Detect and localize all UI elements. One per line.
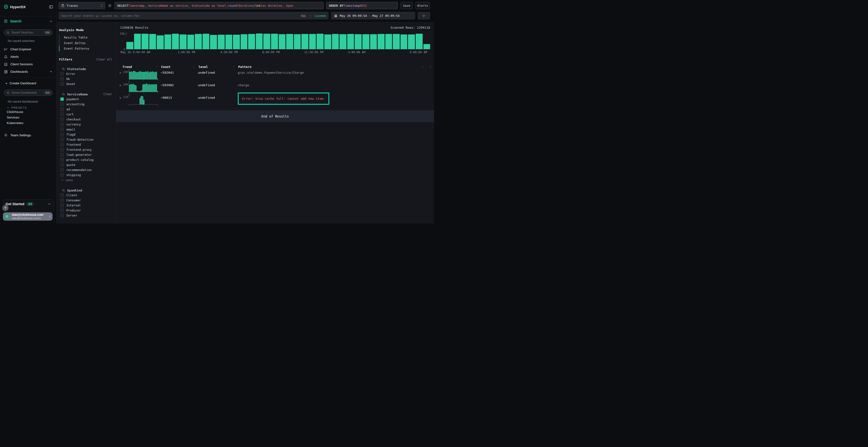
- presets-toggle[interactable]: PRESETS: [7, 106, 53, 109]
- filter-checkbox-row[interactable]: recommendation: [57, 167, 116, 172]
- checkbox[interactable]: [60, 112, 64, 116]
- show-less-button[interactable]: Less: [57, 177, 116, 182]
- select-clause-input[interactable]: SELECT Timestamp, ServiceName as service…: [115, 2, 323, 9]
- analysis-mode-results-table[interactable]: Results Table: [59, 35, 116, 40]
- filter-checkbox-row[interactable]: Unset: [57, 81, 116, 87]
- checkbox[interactable]: [60, 204, 64, 207]
- table-options-button[interactable]: ⋮: [427, 65, 434, 69]
- chevron-up-icon[interactable]: [48, 203, 51, 206]
- user-menu[interactable]: D dale@clickhouse.com dale@clickhouse.co…: [3, 212, 53, 220]
- run-query-button[interactable]: [418, 12, 430, 19]
- saved-searches-input[interactable]: Saved Searches ⌘K: [4, 29, 53, 36]
- sidebar-item-dashboards[interactable]: Dashboards: [0, 68, 56, 75]
- checkbox-checked[interactable]: ✓: [60, 97, 64, 101]
- get-started-header[interactable]: Get Started 3/3: [5, 202, 51, 206]
- checkbox[interactable]: [60, 82, 64, 86]
- source-settings-gear-icon[interactable]: [108, 4, 112, 8]
- filter-checkbox-row[interactable]: Server: [57, 213, 116, 218]
- sidebar-item-clickhouse[interactable]: ClickHouse: [0, 109, 56, 115]
- checkbox[interactable]: [60, 117, 64, 121]
- checkbox[interactable]: [60, 194, 64, 197]
- filter-checkbox-row[interactable]: shipping: [57, 172, 116, 177]
- sidebar-item-services[interactable]: Services: [0, 115, 56, 120]
- sidebar-item-alerts[interactable]: Alerts: [0, 53, 56, 61]
- column-resize-handle[interactable]: ⋮: [422, 65, 424, 69]
- alerts-button[interactable]: Alerts: [415, 2, 430, 9]
- table-row[interactable]: 28K~592041undefinedgrpc.oteldemo.Payment…: [116, 69, 434, 82]
- checkbox[interactable]: [60, 199, 64, 202]
- checkbox[interactable]: [60, 123, 64, 126]
- checkbox[interactable]: [60, 168, 64, 172]
- sidebar-collapse-icon[interactable]: [49, 5, 53, 9]
- filter-checkbox-row[interactable]: frontend: [57, 142, 116, 147]
- source-select[interactable]: Traces: [59, 2, 105, 9]
- filter-checkbox-row[interactable]: Producer: [57, 208, 116, 213]
- checkbox[interactable]: [60, 143, 64, 146]
- analysis-mode-event-patterns[interactable]: Event Patterns: [59, 46, 116, 51]
- clear-all-button[interactable]: Clear all: [96, 58, 112, 61]
- create-dashboard-button[interactable]: + Create Dashboard: [0, 79, 56, 87]
- trend-bar: [155, 84, 156, 92]
- filter-checkbox-row[interactable]: quote: [57, 162, 116, 167]
- checkbox[interactable]: [60, 173, 64, 177]
- filter-checkbox-row[interactable]: accounting: [57, 102, 116, 107]
- filter-checkbox-row[interactable]: ✓payment: [57, 97, 116, 102]
- expand-row-chevron-icon[interactable]: [116, 69, 122, 74]
- chevron-up-icon[interactable]: [50, 20, 53, 23]
- column-resize-handle[interactable]: ⋮: [155, 65, 158, 69]
- user-subtitle: dale@clickhouse.com's: [12, 217, 46, 220]
- checkbox[interactable]: [60, 133, 64, 136]
- filter-checkbox-row[interactable]: Consumer: [57, 198, 116, 203]
- filter-checkbox-row[interactable]: load-generator: [57, 152, 116, 157]
- expand-row-chevron-icon[interactable]: [116, 94, 122, 100]
- checkbox[interactable]: [60, 153, 64, 157]
- checkbox[interactable]: [60, 77, 64, 81]
- checkbox[interactable]: [60, 158, 64, 162]
- highlighted-error-pattern[interactable]: Error: Visa cache full: cannot add new i…: [238, 93, 329, 105]
- avatar: D: [4, 214, 10, 219]
- analysis-mode-event-deltas[interactable]: Event Deltas: [59, 40, 116, 46]
- filter-checkbox-row[interactable]: product-catalog: [57, 157, 116, 162]
- filter-checkbox-row[interactable]: currency: [57, 122, 116, 127]
- search-input[interactable]: Search your events w/ Lucene ex. column:…: [59, 12, 329, 19]
- filter-checkbox-row[interactable]: ad: [57, 107, 116, 112]
- filter-checkbox-row[interactable]: Error: [57, 71, 116, 76]
- table-row[interactable]: 22K~98813undefinedError: Visa cache full…: [116, 94, 434, 107]
- lucene-mode-toggle[interactable]: Lucene: [315, 14, 326, 18]
- sql-mode-toggle[interactable]: SQL: [301, 14, 306, 18]
- column-resize-handle[interactable]: ⋮: [193, 65, 195, 69]
- checkbox[interactable]: [60, 209, 64, 212]
- checkbox[interactable]: [60, 128, 64, 131]
- checkbox[interactable]: [60, 148, 64, 151]
- chevron-up-icon[interactable]: [50, 70, 53, 73]
- filter-checkbox-row[interactable]: email: [57, 127, 116, 132]
- checkbox[interactable]: [60, 163, 64, 167]
- sidebar-item-team-settings[interactable]: Team Settings: [0, 132, 56, 139]
- filter-checkbox-row[interactable]: checkout: [57, 117, 116, 122]
- order-by-input[interactable]: ORDER BY Timestamp DESC: [326, 2, 398, 9]
- filter-checkbox-row[interactable]: fraud-detection: [57, 137, 116, 142]
- sidebar-item-kubernetes[interactable]: Kubernetes: [0, 120, 56, 126]
- help-button[interactable]: ?: [2, 205, 8, 211]
- checkbox[interactable]: [60, 214, 64, 217]
- column-resize-handle[interactable]: ⋮: [232, 65, 235, 69]
- save-button[interactable]: Save: [401, 2, 413, 9]
- filter-checkbox-row[interactable]: Client: [57, 193, 116, 198]
- filter-checkbox-row[interactable]: frontend-proxy: [57, 147, 116, 152]
- checkbox[interactable]: [60, 72, 64, 76]
- sidebar-item-chart-explorer[interactable]: Chart Explorer: [0, 45, 56, 53]
- filter-checkbox-row[interactable]: Ok: [57, 76, 116, 81]
- saved-dashboards-input[interactable]: Saved Dashboards ⌘K: [4, 90, 53, 96]
- filter-checkbox-row[interactable]: cart: [57, 112, 116, 117]
- trend-bar: [137, 91, 137, 92]
- checkbox[interactable]: [60, 138, 64, 141]
- filter-clear-button[interactable]: Clear: [103, 93, 112, 96]
- sidebar-item-client-sessions[interactable]: Client Sessions: [0, 61, 56, 68]
- date-range-picker[interactable]: May 26 09:09:54 - May 27 09:09:54: [331, 12, 415, 19]
- sidebar-item-search[interactable]: Search: [0, 16, 56, 26]
- expand-row-chevron-icon[interactable]: [116, 82, 122, 87]
- filter-checkbox-row[interactable]: Internal: [57, 203, 116, 208]
- checkbox[interactable]: [60, 102, 64, 106]
- checkbox[interactable]: [60, 107, 64, 111]
- filter-checkbox-row[interactable]: flagd: [57, 132, 116, 137]
